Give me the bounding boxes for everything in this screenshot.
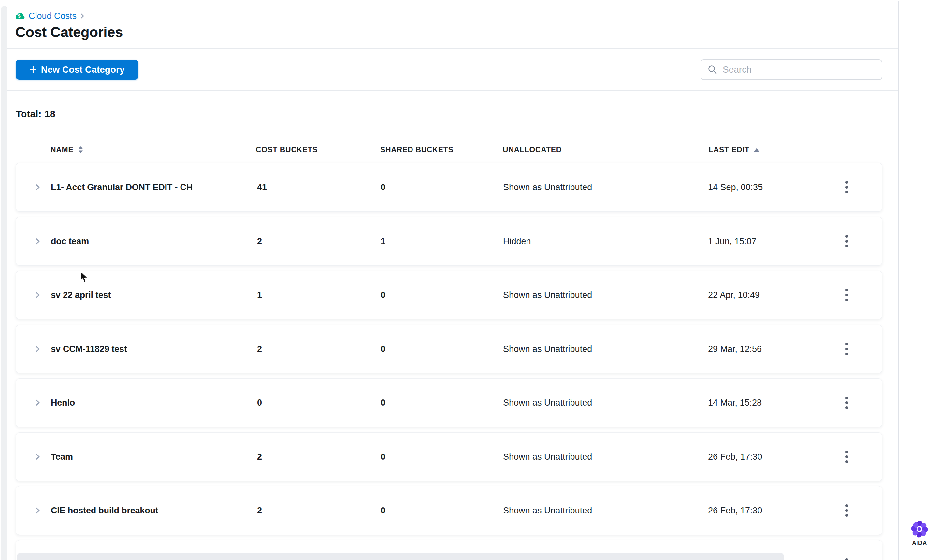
header-divider: [6, 48, 898, 49]
row-name[interactable]: L1- Acct Granular DONT EDIT - CH: [51, 163, 193, 211]
row-cost-buckets: 2: [257, 486, 262, 535]
row-menu-kebab-icon[interactable]: [840, 540, 853, 560]
row-unallocated: Hidden: [503, 217, 531, 265]
row-name[interactable]: Team: [51, 433, 73, 481]
breadcrumb-chevron-icon: [80, 13, 85, 19]
row-shared-buckets: 0: [381, 433, 385, 481]
row-unallocated: Shown as Unattributed: [503, 433, 592, 481]
row-cost-buckets: 2: [257, 325, 262, 373]
cloud-costs-module-icon: $: [15, 12, 25, 20]
breadcrumb-link-cloud-costs[interactable]: Cloud Costs: [29, 11, 77, 21]
expand-chevron-icon[interactable]: [34, 486, 42, 535]
breadcrumb: $ Cloud Costs: [15, 11, 85, 21]
aida-assistant-widget[interactable]: AIDA: [908, 520, 931, 547]
row-name[interactable]: Module Attribution - ENGOPS: [51, 540, 172, 560]
row-unallocated: Shown as Unattributed: [503, 540, 592, 560]
total-value: 18: [44, 108, 55, 120]
cost-categories-page: { "breadcrumb": { "module": "Cloud Costs…: [0, 0, 939, 560]
new-cost-category-label: New Cost Category: [41, 65, 125, 75]
column-header-last-edit-label: LAST EDIT: [709, 146, 749, 154]
row-cost-buckets: 1: [257, 271, 262, 319]
row-shared-buckets: 0: [381, 325, 385, 373]
column-header-shared-buckets-label: SHARED BUCKETS: [380, 146, 453, 154]
row-name[interactable]: sv 22 april test: [51, 271, 111, 319]
expand-chevron-icon[interactable]: [34, 325, 42, 373]
expand-chevron-icon[interactable]: [34, 540, 42, 560]
aida-pinwheel-icon: [911, 520, 928, 538]
row-unallocated: Shown as Unattributed: [503, 378, 592, 427]
row-last-edit: 26 Feb, 17:30: [708, 540, 762, 560]
table-header: NAME COST BUCKETS SHARED BUCKETS UNALLOC…: [0, 143, 898, 156]
row-menu-kebab-icon[interactable]: [840, 325, 853, 373]
column-header-unallocated[interactable]: UNALLOCATED: [503, 143, 562, 156]
svg-text:$: $: [18, 13, 20, 18]
plus-icon: +: [30, 63, 37, 75]
row-name[interactable]: CIE hosted build breakout: [51, 486, 158, 535]
search-icon: [708, 65, 717, 75]
new-cost-category-button[interactable]: + New Cost Category: [15, 60, 139, 80]
row-unallocated: Shown as Unattributed: [503, 325, 592, 373]
column-header-name[interactable]: NAME: [51, 143, 83, 156]
row-shared-buckets: 0: [381, 378, 385, 427]
sort-asc-icon[interactable]: [754, 148, 760, 152]
page-title: Cost Categories: [15, 24, 123, 40]
row-shared-buckets: 0: [381, 486, 385, 535]
row-cost-buckets: 0: [257, 378, 262, 427]
row-shared-buckets: 1: [381, 217, 385, 265]
sort-both-icon[interactable]: [78, 146, 83, 153]
column-header-cost-buckets-label: COST BUCKETS: [256, 146, 318, 154]
toolbar-divider: [6, 90, 898, 91]
row-last-edit: 26 Feb, 17:30: [708, 486, 762, 535]
row-name[interactable]: doc team: [51, 217, 89, 265]
row-menu-kebab-icon[interactable]: [840, 486, 853, 535]
top-hairline: [6, 1, 898, 1]
column-header-name-label: NAME: [51, 146, 74, 154]
row-cost-buckets: 5: [257, 540, 262, 560]
row-last-edit: 14 Mar, 15:28: [708, 378, 762, 427]
expand-chevron-icon[interactable]: [34, 433, 42, 481]
row-menu-kebab-icon[interactable]: [840, 217, 853, 265]
row-unallocated: Shown as Unattributed: [503, 486, 592, 535]
row-cost-buckets: 2: [257, 217, 262, 265]
table-row[interactable]: CIE hosted build breakout 2 0 Shown as U…: [15, 486, 882, 535]
expand-chevron-icon[interactable]: [34, 217, 42, 265]
expand-chevron-icon[interactable]: [34, 378, 42, 427]
search-input[interactable]: [722, 64, 860, 75]
row-menu-kebab-icon[interactable]: [840, 271, 853, 319]
row-shared-buckets: 0: [381, 271, 385, 319]
search-box[interactable]: [700, 59, 882, 80]
total-count: Total: 18: [15, 108, 56, 120]
column-header-shared-buckets[interactable]: SHARED BUCKETS: [380, 143, 453, 156]
row-last-edit: 14 Sep, 00:35: [708, 163, 763, 211]
row-name[interactable]: Henlo: [51, 378, 75, 427]
table-row[interactable]: L1- Acct Granular DONT EDIT - CH 41 0 Sh…: [15, 163, 882, 212]
row-unallocated: Shown as Unattributed: [503, 163, 592, 211]
aida-label: AIDA: [912, 540, 927, 547]
row-menu-kebab-icon[interactable]: [840, 163, 853, 211]
table-row[interactable]: doc team 2 1 Hidden 1 Jun, 15:07: [15, 217, 882, 266]
row-shared-buckets: 0: [381, 163, 385, 211]
table-row[interactable]: Henlo 0 0 Shown as Unattributed 14 Mar, …: [15, 378, 882, 427]
row-last-edit: 1 Jun, 15:07: [708, 217, 757, 265]
expand-chevron-icon[interactable]: [34, 271, 42, 319]
collapsed-side-rail: [1, 6, 7, 560]
row-menu-kebab-icon[interactable]: [840, 433, 853, 481]
total-label: Total:: [15, 108, 42, 120]
row-last-edit: 29 Mar, 12:56: [708, 325, 762, 373]
row-name[interactable]: sv CCM-11829 test: [51, 325, 127, 373]
table-row[interactable]: sv CCM-11829 test 2 0 Shown as Unattribu…: [15, 325, 882, 374]
row-unallocated: Shown as Unattributed: [503, 271, 592, 319]
row-cost-buckets: 41: [257, 163, 267, 211]
expand-chevron-icon[interactable]: [34, 163, 42, 211]
table-row[interactable]: Team 2 0 Shown as Unattributed 26 Feb, 1…: [15, 432, 882, 481]
table-row[interactable]: Module Attribution - ENGOPS 5 2 Shown as…: [15, 540, 882, 560]
content-right-border: [898, 1, 899, 560]
column-header-last-edit[interactable]: LAST EDIT: [709, 143, 760, 156]
row-cost-buckets: 2: [257, 433, 262, 481]
table-row[interactable]: sv 22 april test 1 0 Shown as Unattribut…: [15, 271, 882, 319]
row-last-edit: 26 Feb, 17:30: [708, 433, 762, 481]
row-menu-kebab-icon[interactable]: [840, 378, 853, 427]
row-shared-buckets: 2: [381, 540, 385, 560]
column-header-cost-buckets[interactable]: COST BUCKETS: [256, 143, 318, 156]
row-last-edit: 22 Apr, 10:49: [708, 271, 760, 319]
